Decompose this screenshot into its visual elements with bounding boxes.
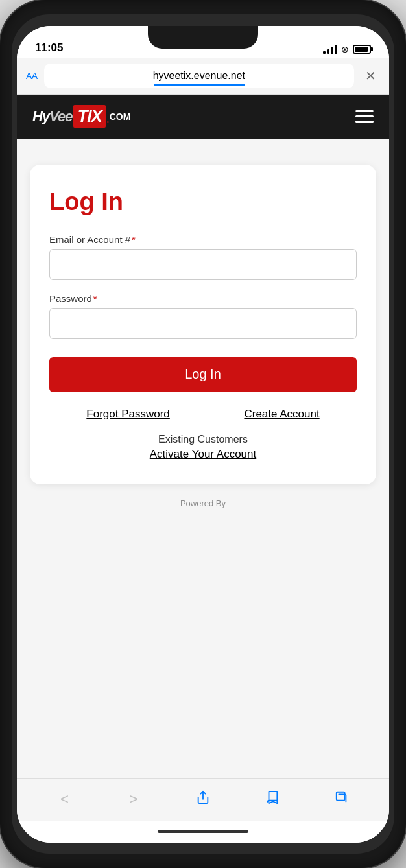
password-required-star: *: [93, 293, 97, 304]
wifi-icon: ⊛: [341, 44, 349, 54]
back-icon: <: [60, 791, 69, 808]
home-indicator: [17, 821, 389, 843]
share-icon: [196, 790, 210, 808]
tabs-icon: [335, 790, 349, 808]
links-row: Forgot Password Create Account: [49, 408, 357, 421]
logo-tix-text: TIX: [73, 105, 105, 128]
browser-bottom-bar: < >: [17, 778, 389, 821]
email-input[interactable]: [49, 249, 357, 280]
login-button[interactable]: Log In: [49, 357, 357, 392]
forward-icon: >: [130, 791, 138, 808]
hamburger-line-3: [355, 121, 374, 123]
home-bar: [158, 830, 248, 833]
website-content: HyVee TIX • COM Log In: [17, 95, 389, 778]
browser-url-bar[interactable]: hyveetix.evenue.net: [44, 64, 354, 88]
browser-forward-button[interactable]: >: [119, 785, 148, 814]
signal-icon: [323, 45, 337, 54]
email-label: Email or Account #*: [49, 234, 357, 245]
phone-frame: 11:05 ⊛ AA hyv: [0, 0, 406, 868]
status-time: 11:05: [35, 41, 63, 54]
hamburger-menu-button[interactable]: [355, 110, 374, 123]
email-required-star: *: [132, 234, 136, 245]
url-underline: [154, 84, 245, 86]
status-icons: ⊛: [323, 44, 371, 54]
browser-bookmarks-button[interactable]: [258, 785, 287, 814]
logo-com-text: COM: [110, 111, 131, 122]
powered-by-section: Powered By: [30, 484, 376, 515]
browser-bar[interactable]: AA hyveetix.evenue.net ✕: [17, 58, 389, 95]
email-field-group: Email or Account #*: [49, 234, 357, 280]
activate-account-link[interactable]: Activate Your Account: [150, 448, 256, 460]
forgot-password-link[interactable]: Forgot Password: [86, 408, 170, 421]
login-title: Log In: [49, 188, 357, 216]
browser-share-button[interactable]: [189, 785, 217, 814]
site-logo: HyVee TIX • COM: [32, 105, 130, 128]
existing-customers-section: Existing Customers Activate Your Account: [49, 434, 357, 461]
password-field-group: Password*: [49, 293, 357, 339]
create-account-link[interactable]: Create Account: [244, 408, 319, 421]
login-card: Log In Email or Account #* Password*: [30, 165, 376, 484]
phone-screen: 11:05 ⊛ AA hyv: [17, 26, 389, 843]
browser-url-text: hyveetix.evenue.net: [153, 70, 245, 82]
existing-customers-label: Existing Customers: [49, 434, 357, 445]
password-input[interactable]: [49, 308, 357, 339]
hamburger-line-2: [355, 115, 374, 117]
browser-aa-button[interactable]: AA: [26, 71, 38, 81]
logo-dot: •: [107, 119, 109, 124]
password-label: Password*: [49, 293, 357, 304]
browser-back-button[interactable]: <: [50, 785, 78, 814]
battery-icon: [353, 45, 371, 54]
browser-tabs-button[interactable]: [328, 785, 356, 814]
browser-close-button[interactable]: ✕: [361, 68, 380, 84]
phone-inner: 11:05 ⊛ AA hyv: [12, 14, 394, 854]
powered-by-text: Powered By: [180, 499, 226, 508]
logo-hyvee-text: HyVee: [32, 108, 72, 125]
phone-notch: [148, 26, 258, 49]
site-nav-bar: HyVee TIX • COM: [17, 95, 389, 139]
main-content: Log In Email or Account #* Password*: [17, 139, 389, 778]
hamburger-line-1: [355, 110, 374, 112]
bookmarks-icon: [265, 790, 280, 808]
svg-rect-1: [336, 792, 344, 801]
